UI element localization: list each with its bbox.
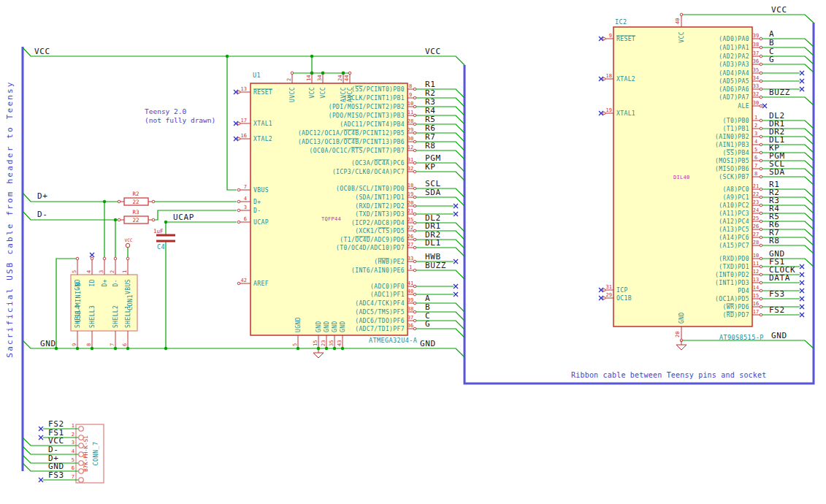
pin-number: 21 <box>753 183 759 189</box>
pin-name: (T0/OC4D/ADC10)PD7 <box>336 245 405 251</box>
pin-end <box>760 220 762 223</box>
pin-end <box>760 37 762 40</box>
pin-end <box>114 257 117 260</box>
pin-name: (A11)PC3 <box>719 210 749 217</box>
pin-number: 9 <box>609 33 612 39</box>
conn7-pad <box>79 452 84 457</box>
net-label: SDA <box>425 188 441 197</box>
pin-number: 39 <box>408 297 413 303</box>
pin-name: (INT6/AIN0)PE6 <box>351 267 405 274</box>
pin-end <box>760 80 762 83</box>
pin-number: 7 <box>72 474 74 480</box>
pin-name: VCC <box>678 31 685 43</box>
power-flag-vcc <box>126 243 130 248</box>
pin-name: (ADC12/OC1A/OC4B/PCINT12)PB5 <box>298 130 405 137</box>
net-label: UCAP <box>173 213 194 222</box>
conn7-pad <box>79 443 84 448</box>
pin-number: 36 <box>408 323 413 329</box>
pin-number: 18 <box>606 73 612 79</box>
pin-end <box>413 285 416 288</box>
pin-name: D+ <box>253 199 261 205</box>
pin-end <box>603 77 605 80</box>
pin-end <box>237 137 240 140</box>
c4-capacitor[interactable] <box>156 240 175 243</box>
net-label: FS3 <box>769 289 785 299</box>
pin-name: ALE <box>738 103 749 110</box>
pin-name: (ADC11/PCINT4)PB4 <box>340 121 405 128</box>
net-label: KP <box>425 162 435 172</box>
pin-end <box>760 135 762 138</box>
pin-name: (AD7)PA7 <box>719 94 749 101</box>
junction-dot <box>342 72 345 75</box>
pin-number: 28 <box>408 118 413 124</box>
pin-number: 6 <box>122 343 128 346</box>
ic2-ref: IC2 <box>615 18 627 26</box>
junction-dot <box>325 347 328 350</box>
pin-number: 10 <box>408 101 413 107</box>
pin-end <box>237 221 240 224</box>
pin-number: 19 <box>606 107 612 113</box>
pin-number: 3 <box>754 131 757 137</box>
pin-end <box>603 112 605 115</box>
pin-number: 9 <box>409 92 412 98</box>
pin-number: 1 <box>72 423 74 429</box>
pin-end <box>413 170 416 173</box>
pin-number: 17 <box>753 309 759 315</box>
pin-end <box>760 228 762 231</box>
pin-name: GND <box>340 321 346 332</box>
pin-number: 31 <box>408 157 413 163</box>
pin-name: (A10)PC2 <box>719 202 749 209</box>
pin-end <box>237 200 240 203</box>
pin-name: (SS/PCINT0)PB0 <box>351 86 405 93</box>
pin-end <box>760 175 762 178</box>
pin-number: 16 <box>241 133 247 139</box>
wire-G <box>762 64 814 72</box>
pin-name: (INT0)PD2 <box>715 272 749 278</box>
pin-number: 17 <box>241 118 247 123</box>
pin-end <box>413 96 416 99</box>
pin-number: 20 <box>675 332 681 337</box>
junction-dot <box>164 221 167 224</box>
teensy-annotation-line1: Teensy 2.0 <box>145 107 215 116</box>
pin-end <box>760 289 762 292</box>
pin-end <box>760 167 762 170</box>
pin-number: 35 <box>329 340 334 346</box>
wire-B <box>416 312 464 321</box>
pin-name: (TXD/INT3)PD3 <box>355 211 405 218</box>
pin-number: 12 <box>753 269 759 275</box>
pin-end <box>603 289 605 291</box>
net-label: G <box>425 319 430 329</box>
pin-end <box>413 88 416 91</box>
pin-end <box>103 257 106 260</box>
pin-end <box>760 257 762 260</box>
pin-end <box>760 204 762 207</box>
pin-end <box>291 72 294 75</box>
ic2-footprint: DIL40 <box>673 175 690 180</box>
net-label: GND <box>420 339 436 348</box>
pin-end <box>603 297 605 299</box>
pin-number: 32 <box>408 166 413 172</box>
pin-name: (HWB)PE2 <box>374 259 405 265</box>
junction-dot <box>341 347 344 350</box>
pin-name: (A8)PC0 <box>722 186 749 193</box>
pin-number: 3 <box>99 270 104 273</box>
pin-name: (A12)PC4 <box>719 218 749 225</box>
junction-dot <box>317 347 320 350</box>
pin-name: (A14)PC6 <box>719 234 749 241</box>
pin-number: 34 <box>753 75 759 81</box>
pin-number: 2 <box>286 78 292 81</box>
pin-number: 5 <box>754 147 757 153</box>
pin-name: (OC0B/SCL/INT0)PD0 <box>336 186 405 192</box>
pin-end <box>413 149 416 152</box>
junction-dot <box>55 347 58 350</box>
wire-R2 <box>416 98 464 107</box>
resistor-r2-ref: R2 <box>132 191 139 197</box>
junction-dot <box>103 200 106 203</box>
pin-number: 7 <box>244 184 247 190</box>
wire-R5 <box>416 124 464 133</box>
net-label: FS2 <box>769 305 785 315</box>
pin-name: AVCC <box>340 87 347 102</box>
pin-end <box>152 200 155 203</box>
junction-dot <box>76 347 79 350</box>
pin-end <box>237 122 240 125</box>
